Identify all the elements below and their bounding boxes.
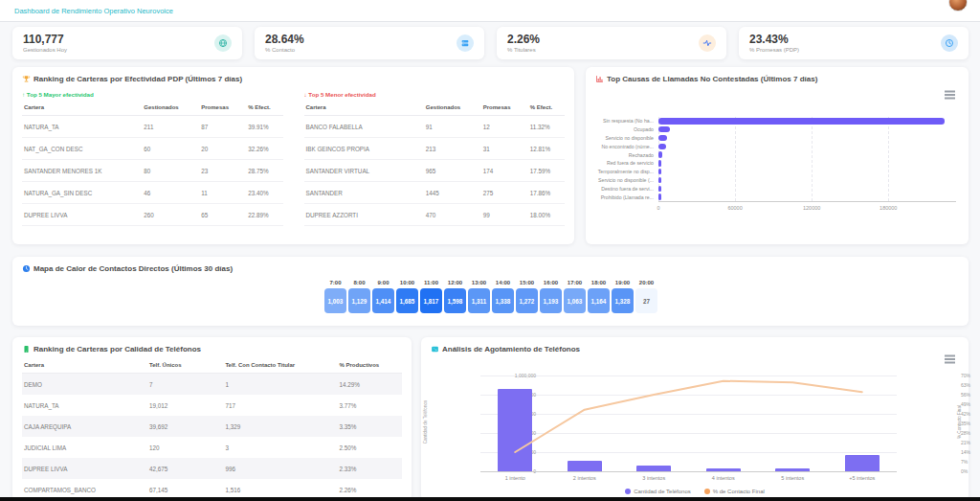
causa-bar[interactable] [658, 177, 661, 184]
causa-row: No encontrado (núme... [586, 142, 969, 150]
table-cell: 17.86% [528, 182, 565, 204]
causa-bar[interactable] [658, 186, 661, 193]
bar-track [658, 177, 969, 184]
causa-label: No encontrado (núme... [586, 144, 658, 149]
heatmap-column: 18:001,164 [588, 278, 610, 313]
table-header-row: CarteraGestionadosPromesas% Efect. [22, 100, 283, 116]
heatmap-column: 8:001,129 [348, 278, 370, 313]
chart-legend: Cantidad de Teléfonos % de Contacto Fina… [421, 489, 969, 494]
heatmap-hour-label: 7:00 [329, 278, 341, 287]
column-header: Promesas [481, 100, 528, 116]
table-cell: 23 [199, 160, 246, 182]
causa-bar[interactable] [658, 160, 661, 167]
heatmap-hour-label: 17:00 [568, 278, 582, 287]
panel-top-causas: Top Causas de Llamadas No Contestadas (Ú… [586, 67, 969, 244]
table-cell: SANTANDER [304, 182, 424, 204]
heatmap-cell[interactable]: 1,685 [396, 288, 418, 313]
heatmap-cell[interactable]: 1,598 [444, 288, 466, 313]
legend-dot-orange [704, 489, 710, 494]
table-cell: DUPREE AZZORTI [304, 204, 424, 226]
table-cell: 22.89% [246, 204, 282, 226]
top5-menor-subtitle: ↓ Top 5 Menor efectividad [304, 91, 566, 98]
user-avatar[interactable] [948, 0, 968, 11]
table-cell: 14.29% [337, 374, 402, 396]
table-cell: 99 [481, 204, 528, 226]
column-header: Cartera [22, 357, 147, 374]
mobile-phone-icon [22, 345, 31, 353]
table-cell: 60 [142, 138, 199, 160]
heatmap-cell[interactable]: 1,328 [612, 288, 634, 313]
table-cell: 2.50% [337, 437, 402, 458]
top5-menor-table: CarteraGestionadosPromesas% Efect.BANCO … [304, 100, 566, 226]
causa-bar[interactable] [658, 144, 666, 150]
table-row: DEMO7114.29% [22, 374, 402, 396]
table-cell: 120 [147, 437, 223, 458]
causa-bar[interactable] [658, 194, 661, 200]
bar-track [658, 135, 969, 142]
table-cell: DUPREE LIVVA [22, 458, 147, 479]
table-cell: 470 [424, 204, 481, 226]
page-title[interactable]: Dashboard de Rendimiento Operativo Neuro… [14, 7, 173, 15]
heatmap-cell[interactable]: 27 [635, 288, 657, 313]
y-tick-right: 70% [961, 373, 970, 378]
causa-label: Ocupado [586, 126, 658, 132]
heatmap-cell[interactable]: 1,003 [324, 288, 346, 313]
causa-bar[interactable] [658, 151, 662, 158]
table-row: NATURA_TA2118739.91% [22, 116, 283, 138]
heatmap-cell[interactable]: 1,817 [420, 288, 442, 313]
causa-bar[interactable] [658, 118, 945, 125]
legend-item-line[interactable]: % de Contacto Final [704, 489, 765, 494]
heatmap-cell[interactable]: 1,063 [564, 288, 586, 313]
causa-bar[interactable] [658, 135, 667, 142]
table-cell: SANTANDER VIRTUAL [304, 160, 424, 182]
kpi-card-contacto: 28.64% % Contacto [255, 27, 484, 59]
contact-final-line[interactable] [480, 376, 897, 471]
cyan-phone-icon [431, 345, 439, 353]
y-tick-right: 14% [961, 449, 970, 455]
heatmap-hour-label: 16:00 [544, 278, 558, 287]
kpi-card-gestionados: 110,777 Gestionados Hoy [12, 27, 242, 59]
heatmap-cell[interactable]: 1,338 [492, 288, 514, 313]
heatmap-cell[interactable]: 1,164 [588, 288, 610, 313]
causa-bar[interactable] [658, 126, 670, 133]
y-tick-right: 49% [961, 401, 970, 407]
x-category-label: 4 intentos [712, 475, 735, 481]
table-cell: 42,675 [147, 458, 223, 479]
causa-row: Temporalmente no disp... [586, 168, 969, 176]
y-tick-right: 56% [961, 392, 970, 398]
heatmap-cell[interactable]: 1,129 [348, 288, 370, 313]
x-tick-label: 120000 [803, 205, 820, 211]
x-tick-label: 0 [657, 205, 659, 211]
causa-label: Temporalmente no disp... [586, 169, 658, 174]
table-cell: CAJA AREQUIPA [22, 416, 147, 437]
column-header: Cartera [304, 100, 424, 116]
causa-bar[interactable] [658, 169, 661, 175]
table-row: SANTANDER MENORES 1K802328.75% [22, 160, 283, 182]
chart-menu-icon[interactable] [945, 94, 955, 96]
table-cell: 213 [424, 138, 481, 160]
heatmap-cell[interactable]: 1,414 [372, 288, 394, 313]
panel-heatmap: Mapa de Calor de Contactos Directos (Últ… [12, 257, 969, 326]
heatmap-cell[interactable]: 1,311 [468, 288, 490, 313]
legend-item-bars[interactable]: Cantidad de Teléfonos [625, 489, 691, 494]
dashboard-root: Dashboard de Rendimiento Operativo Neuro… [0, 0, 980, 501]
table-cell: 1 [223, 374, 337, 396]
heatmap-column: 7:001,003 [324, 278, 346, 313]
left-axis-title: Cantidad de Teléfonos [423, 400, 428, 444]
chart-menu-icon[interactable] [945, 358, 955, 360]
y-tick-right: 28% [961, 430, 970, 436]
panel-ranking-efectividad: Ranking de Carteras por Efectividad PDP … [12, 67, 574, 244]
table-header-row: CarteraGestionadosPromesas% Efect. [304, 100, 566, 116]
panel-top-causas-title: Top Causas de Llamadas No Contestadas (Ú… [586, 67, 969, 85]
heatmap-cell[interactable]: 1,193 [540, 288, 562, 313]
x-category-label: 3 intentos [642, 475, 665, 481]
column-header: Telf. Únicos [147, 357, 223, 374]
kpi-card-titulares: 2.26% % Titulares [497, 27, 726, 59]
table-row: CAJA AREQUIPA39,6921,3293.35% [22, 416, 402, 437]
causa-label: Servicio no disponible [586, 135, 658, 141]
kpi-card-promesas: 23.43% % Promesas (PDP) [739, 27, 969, 59]
table-cell: 12.81% [528, 138, 565, 160]
heatmap-cell[interactable]: 1,272 [516, 288, 538, 313]
bar-track [658, 126, 969, 133]
table-cell: 46 [142, 182, 199, 204]
